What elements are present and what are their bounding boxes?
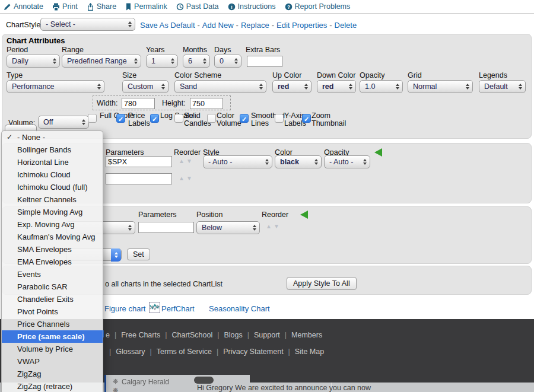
stepper-icon (128, 225, 132, 231)
instructions-button[interactable]: i Instructions (228, 2, 276, 11)
overlay-parameters-input[interactable] (106, 156, 172, 167)
menu-item-sma-envelopes[interactable]: SMA Envelopes (2, 243, 103, 256)
indicator-parameters-input[interactable] (138, 222, 194, 233)
figure-chart-link[interactable]: Figure chart (104, 304, 145, 313)
width-label: Width: (97, 99, 117, 107)
set-button[interactable]: Set (127, 248, 150, 260)
size-select[interactable]: Custom (122, 80, 169, 93)
footer-sitemap-link[interactable]: Site Map (295, 348, 324, 356)
collapse-arrow-icon[interactable] (300, 211, 308, 219)
checkbox-price-labels[interactable] (116, 114, 125, 123)
menu-item-vwap[interactable]: VWAP (2, 355, 103, 368)
up-color-select[interactable]: red (272, 80, 312, 93)
menu-item-ichimoku-cloud[interactable]: Ichimoku Cloud (2, 168, 103, 181)
color-scheme-select[interactable]: Sand (174, 80, 266, 93)
width-input[interactable] (122, 98, 155, 109)
type-label: Type (7, 71, 23, 79)
menu-item-parabolic-sar[interactable]: Parabolic SAR (2, 281, 103, 293)
footer-blogs-link[interactable]: Blogs (224, 331, 243, 339)
footer-terms-link[interactable]: Terms of Service (157, 348, 212, 356)
replace-link[interactable]: Replace (241, 21, 269, 30)
clock-icon (176, 3, 184, 11)
menu-item-pivot-points[interactable]: Pivot Points (2, 305, 103, 318)
range-select[interactable]: Predefined Range (62, 55, 141, 68)
seasonality-chart-link[interactable]: Seasonality Chart (209, 304, 270, 313)
footer-support-link[interactable]: Support (254, 331, 280, 339)
days-label: Days (214, 46, 231, 54)
menu-item-volume-by-price[interactable]: Volume by Price (2, 343, 103, 355)
overlay-style-select[interactable]: - Auto - (203, 155, 272, 168)
stepper-icon (97, 84, 101, 90)
indicators-reorder-header: Reorder (262, 211, 288, 219)
footer-free-charts-link[interactable]: Free Charts (121, 331, 160, 339)
reorder-arrows-icon[interactable]: ▲▼ (179, 175, 194, 181)
height-input[interactable] (190, 98, 223, 109)
menu-item-price-same-scale[interactable]: Price (same scale) (2, 330, 103, 343)
edit-properties-link[interactable]: Edit Properties (276, 21, 327, 30)
footer-links-row1: e | Free Charts | ChartSchool | Blogs | … (106, 331, 322, 339)
menu-item-ichimoku-cloud-full[interactable]: Ichimoku Cloud (full) (2, 181, 103, 193)
menu-item-zigzag-retrace[interactable]: ZigZag (retrace) (2, 380, 103, 392)
volume-select[interactable]: Off (38, 116, 89, 129)
overlay-opacity-select[interactable]: - Auto - (324, 155, 370, 168)
menu-item-none[interactable]: ✓- None - (2, 131, 103, 144)
checkbox-smoothed-lines[interactable] (240, 114, 249, 123)
checkbox-zoom-thumbnail[interactable] (302, 114, 311, 123)
perfchart-link[interactable]: PerfChart (161, 304, 195, 313)
chartstyles-select[interactable]: - Select - (40, 18, 135, 31)
checkbox-log-scale[interactable] (150, 114, 159, 123)
footer-chartschool-link[interactable]: ChartSchool (171, 331, 212, 339)
footer-members-link[interactable]: Members (291, 331, 322, 339)
extra-bars-input[interactable] (247, 56, 282, 67)
permalink-button[interactable]: Permalink (125, 2, 167, 11)
menu-item-price-channels[interactable]: Price Channels (2, 318, 103, 330)
down-color-select[interactable]: red (317, 80, 356, 93)
share-button[interactable]: Share (87, 2, 116, 11)
overlay-color-select[interactable]: black (275, 155, 322, 168)
svg-text:?: ? (287, 4, 290, 9)
menu-item-kaufmans-moving-avg[interactable]: Kaufman's Moving Avg (2, 231, 103, 243)
type-select[interactable]: Performance (7, 80, 104, 93)
toggle-pill[interactable] (194, 377, 214, 384)
footer-glossary-link[interactable]: Glossary (116, 348, 145, 356)
menu-item-horizontal-line[interactable]: Horizontal Line (2, 156, 103, 168)
apply-style-to-all-button[interactable]: Apply Style To All (287, 277, 357, 290)
reorder-arrows-icon[interactable]: ▲▼ (179, 158, 194, 164)
collapse-arrow-icon[interactable] (374, 148, 382, 157)
report-problems-button[interactable]: ? Report Problems (285, 2, 351, 11)
period-select[interactable]: Daily (7, 55, 60, 68)
save-as-default-link[interactable]: Save As Default (140, 21, 195, 30)
print-button[interactable]: Print (52, 2, 78, 11)
checkbox-color-volume[interactable] (207, 114, 216, 123)
menu-item-keltner-channels[interactable]: Keltner Channels (2, 193, 103, 206)
menu-item-exp-moving-avg[interactable]: Exp. Moving Avg (2, 218, 103, 231)
overlay-parameters-input-2[interactable] (106, 173, 172, 184)
annotate-button[interactable]: Annotate (4, 2, 43, 11)
checkbox-y-axis-labels[interactable] (275, 114, 284, 123)
menu-item-ema-envelopes[interactable]: EMA Envelopes (2, 256, 103, 268)
menu-item-zigzag[interactable]: ZigZag (2, 368, 103, 380)
indicator-position-select[interactable]: Below (196, 221, 260, 234)
reorder-arrows-icon[interactable]: ▲▼ (266, 223, 281, 230)
menu-item-simple-moving-avg[interactable]: Simple Moving Avg (2, 206, 103, 218)
height-label: Height: (162, 99, 186, 107)
years-select[interactable]: 1 (146, 55, 178, 68)
share-icon (87, 3, 94, 11)
checkbox-solid-candles[interactable] (174, 114, 183, 123)
overlays-parameters-header: Parameters (106, 148, 144, 157)
checkbox-full-quote[interactable] (88, 114, 97, 123)
opacity-label: Opacity (360, 71, 384, 79)
days-select[interactable]: 0 (214, 55, 241, 68)
perfchart-icon (149, 302, 160, 313)
delete-link[interactable]: Delete (335, 21, 357, 30)
menu-item-bollinger-bands[interactable]: Bollinger Bands (2, 144, 103, 156)
add-new-link[interactable]: Add New (202, 21, 234, 30)
months-select[interactable]: 6 (183, 55, 210, 68)
footer-privacy-link[interactable]: Privacy Statement (223, 348, 283, 356)
opacity-select[interactable]: 1.0 (360, 80, 403, 93)
grid-select[interactable]: Normal (408, 80, 473, 93)
menu-item-chandelier-exits[interactable]: Chandelier Exits (2, 293, 103, 305)
menu-item-events[interactable]: Events (2, 268, 103, 281)
past-data-button[interactable]: Past Data (176, 2, 219, 11)
legends-select[interactable]: Default (479, 80, 526, 93)
